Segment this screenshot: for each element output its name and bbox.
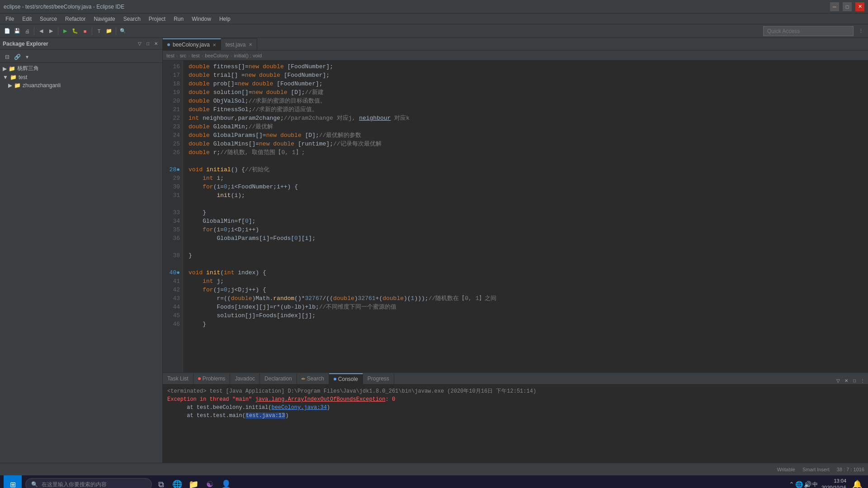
network-icon[interactable]: 🌐 <box>795 481 803 488</box>
debug-button[interactable]: 🐛 <box>71 27 80 36</box>
breadcrumb-beecolony[interactable]: beeColony <box>205 53 229 58</box>
tab-declaration[interactable]: Declaration <box>260 373 297 384</box>
code-content[interactable]: double fitness[]=new double [FoodNumber]… <box>183 61 868 372</box>
bp-close-button[interactable]: ✕ <box>843 377 850 384</box>
breadcrumb-initial[interactable]: initial() : void <box>234 53 262 58</box>
open-type-button[interactable]: T <box>94 27 104 36</box>
search-pencil-icon: ✏ <box>302 376 305 381</box>
notification-icon: 🔔 <box>852 479 862 488</box>
pe-minimize-button[interactable]: ▽ <box>136 40 143 47</box>
maximize-button[interactable]: □ <box>843 2 852 11</box>
tab-problems[interactable]: Problems <box>193 373 231 384</box>
volume-icon[interactable]: 🔊 <box>804 481 811 488</box>
forward-button[interactable]: ▶ <box>47 27 56 36</box>
toolbar: 📄 💾 🖨 ◀ ▶ ▶ 🐛 ■ T 📁 🔍 ⋮ <box>0 24 868 38</box>
bottom-panel-actions: ▽ ✕ □ ⋮ <box>833 377 868 384</box>
edge-icon[interactable]: 🌐 <box>170 477 184 488</box>
task-view-button[interactable]: ⧉ <box>154 477 168 488</box>
tab-tasklist[interactable]: Task List <box>163 373 193 384</box>
menu-window[interactable]: Window <box>188 15 215 23</box>
pe-close-button[interactable]: ✕ <box>152 40 160 47</box>
folder-icon-2: 📁 <box>10 74 17 80</box>
toolbar-separator-2 <box>58 27 58 35</box>
tree-item-test[interactable]: ▼ 📁 test <box>0 73 162 81</box>
tab-search-label: Search <box>307 375 324 382</box>
user-icon[interactable]: 👤 <box>219 477 233 488</box>
tab-close-beecolony[interactable]: ✕ <box>212 42 216 47</box>
pe-maximize-button[interactable]: □ <box>144 40 151 47</box>
tab-progress[interactable]: Progress <box>363 373 394 384</box>
tree-item-yanghui[interactable]: ▶ 📁 杨辉三角 <box>0 64 162 73</box>
input-method-indicator[interactable]: 中 <box>812 481 818 488</box>
tree-item-zhuanzhanganli[interactable]: ▶ 📁 zhuanzhanganli <box>0 81 162 89</box>
pe-link-button[interactable]: 🔗 <box>13 52 22 61</box>
breadcrumb-src[interactable]: src <box>179 53 186 58</box>
breadcrumb-test-pkg[interactable]: test <box>192 53 200 58</box>
console-error-exception[interactable]: java.lang.ArrayIndexOutOfBoundsException <box>255 396 385 403</box>
tab-javadoc[interactable]: Javadoc <box>230 373 260 384</box>
search-toolbar-button[interactable]: 🔍 <box>118 27 127 36</box>
open-resource-button[interactable]: 📁 <box>104 27 113 36</box>
save-button[interactable]: 💾 <box>13 27 22 36</box>
tab-console[interactable]: Console <box>329 373 363 384</box>
close-button[interactable]: ✕ <box>855 2 864 11</box>
console-dot <box>334 378 336 380</box>
taskbar-time[interactable]: 13:04 2020/10/16 <box>821 478 846 488</box>
console-stack1-text: at test.beeColony.initial(beeColony.java… <box>167 404 330 411</box>
menu-help[interactable]: Help <box>216 15 234 23</box>
title-bar: eclipse - test/src/test/beeColony.java -… <box>0 0 868 14</box>
tab-javadoc-label: Javadoc <box>235 375 255 382</box>
menu-source[interactable]: Source <box>36 15 61 23</box>
run-button[interactable]: ▶ <box>61 27 70 36</box>
toolbar-separator-4 <box>116 27 116 35</box>
package-explorer-actions: ▽ □ ✕ <box>136 40 160 47</box>
menu-file[interactable]: File <box>2 15 18 23</box>
bp-minimize-button[interactable]: ▽ <box>835 377 842 384</box>
breadcrumb-sep-4: › <box>231 53 232 58</box>
tab-declaration-label: Declaration <box>264 375 292 382</box>
bp-menu-button[interactable]: ⋮ <box>859 377 866 384</box>
back-button[interactable]: ◀ <box>37 27 46 36</box>
bottom-tabs: Task List Problems Javadoc Declaration ✏… <box>163 373 868 385</box>
console-link-test[interactable]: test.java:13 <box>245 413 285 419</box>
code-editor[interactable]: 16 17 18 19 20 21 22 23 24 25 26 28● 29 … <box>163 61 868 372</box>
toolbar-separator-1 <box>34 27 34 35</box>
clock-time: 13:04 <box>821 478 846 484</box>
breadcrumb-test[interactable]: test <box>166 53 175 58</box>
chevron-up-icon[interactable]: ⌃ <box>789 481 794 488</box>
menu-run[interactable]: Run <box>170 15 187 23</box>
bp-maximize-button[interactable]: □ <box>851 377 858 384</box>
console-content: <terminated> test [Java Application] D:\… <box>163 385 868 463</box>
start-button[interactable]: ⊞ <box>4 475 22 488</box>
menu-project[interactable]: Project <box>145 15 169 23</box>
menu-edit[interactable]: Edit <box>19 15 35 23</box>
tab-close-test[interactable]: ✕ <box>249 42 252 47</box>
stop-button[interactable]: ■ <box>80 27 90 36</box>
menu-search[interactable]: Search <box>120 15 144 23</box>
user-avatar-icon: 👤 <box>221 479 231 488</box>
notification-button[interactable]: 🔔 <box>850 477 864 488</box>
clock-date: 2020/10/16 <box>821 484 846 488</box>
pe-view-menu-button[interactable]: ▾ <box>23 52 32 61</box>
new-button[interactable]: 📄 <box>3 27 12 36</box>
quick-access-input[interactable] <box>763 26 854 36</box>
console-link-beecolony[interactable]: beeColony.java:34 <box>271 404 326 411</box>
print-button[interactable]: 🖨 <box>23 27 32 36</box>
minimize-button[interactable]: ─ <box>830 2 839 11</box>
taskbar-search[interactable]: 🔍 在这里输入你要搜索的内容 <box>25 478 152 488</box>
file-explorer-icon[interactable]: 📁 <box>186 477 201 488</box>
toolbar-menu-button[interactable]: ⋮ <box>856 27 865 36</box>
pe-collapse-button[interactable]: ⊟ <box>3 52 12 61</box>
eclipse-icon: ☯ <box>206 479 213 488</box>
window-controls: ─ □ ✕ <box>830 2 864 11</box>
tab-search[interactable]: ✏ Search <box>297 373 329 384</box>
eclipse-taskbar-icon[interactable]: ☯ <box>203 477 217 488</box>
tree-item-label: 杨辉三角 <box>17 65 39 72</box>
menu-navigate[interactable]: Navigate <box>90 15 118 23</box>
edge-browser-icon: 🌐 <box>172 479 182 488</box>
tab-test[interactable]: test.java ✕ <box>221 38 257 50</box>
tab-beecolony[interactable]: beeColony.java ✕ <box>163 38 221 50</box>
menu-refactor[interactable]: Refactor <box>61 15 89 23</box>
status-bar-right: Writable Smart Insert 38 : 7 : 1016 <box>777 467 864 472</box>
folder-icon-3: 📁 <box>14 82 21 89</box>
